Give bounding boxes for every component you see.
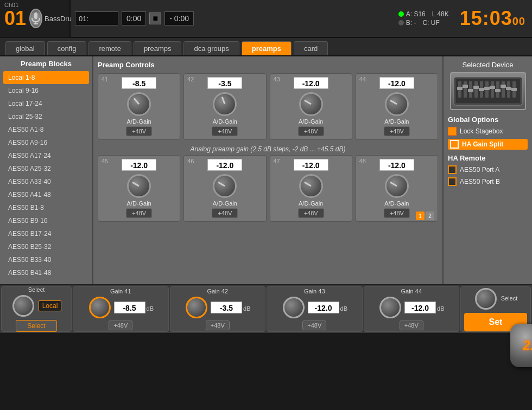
ha-remote-port-b-checkbox[interactable] <box>448 177 457 186</box>
btn-48v-42[interactable]: +48V <box>212 126 238 136</box>
knob-label-43: A/D-Gain <box>299 118 323 125</box>
tab-card[interactable]: card <box>294 41 328 55</box>
gain-42-label: Gain 42 <box>207 288 228 294</box>
btn-48v-45[interactable]: +48V <box>126 208 152 218</box>
tab-preamps-1[interactable]: preamps <box>134 41 182 55</box>
ha-remote-port-a-checkbox[interactable] <box>448 165 457 174</box>
ha-gain-split-checkbox[interactable] <box>450 140 459 149</box>
sidebar-item-aes50-a9-16[interactable]: AES50 A9-16 <box>3 136 89 149</box>
sidebar-item-local-9-16[interactable]: Local 9-16 <box>3 84 89 97</box>
gain-knob-46[interactable] <box>213 174 237 198</box>
btn-48v-46[interactable]: +48V <box>212 208 238 218</box>
mic-icon <box>29 9 42 28</box>
sidebar-item-aes50-b33-40[interactable]: AES50 B33-40 <box>3 253 89 266</box>
preamp-controls-panel: Preamp Controls 41 -8.5 A/D-Gain +48V 42… <box>93 56 442 284</box>
global-options-label: Global Options <box>448 116 528 124</box>
tab-remote[interactable]: remote <box>88 41 131 55</box>
gain-value-44: -12.0 <box>379 77 414 89</box>
sidebar-item-aes50-a41-48[interactable]: AES50 A41-48 <box>3 188 89 201</box>
gain-42-knob[interactable] <box>186 297 207 318</box>
bottom-gain-43: Gain 43 -12.0 dB +48V <box>267 286 363 332</box>
svg-rect-13 <box>502 81 505 98</box>
lock-stagebox-checkbox[interactable] <box>448 127 457 136</box>
btn-48v-43[interactable]: +48V <box>298 126 324 136</box>
gain-knob-43[interactable] <box>299 92 323 116</box>
btn-48v-bottom-43[interactable]: +48V <box>302 321 326 330</box>
gain-knob-45[interactable] <box>127 174 151 198</box>
sidebar-item-local-25-32[interactable]: Local 25-32 <box>3 110 89 123</box>
btn-48v-bottom-42[interactable]: +48V <box>206 321 230 330</box>
svg-rect-19 <box>473 86 479 89</box>
btn-48v-48[interactable]: +48V <box>384 208 410 218</box>
gain-knob-47[interactable] <box>299 174 323 198</box>
knob-num-48: 48 <box>359 158 366 164</box>
gain-43-label: Gain 43 <box>304 288 325 294</box>
gain-knob-41[interactable] <box>127 92 151 116</box>
gain-41-knob[interactable] <box>89 297 111 318</box>
svg-rect-22 <box>490 86 495 89</box>
gain-44-value: -12.0 <box>404 302 436 313</box>
knob-label-45: A/D-Gain <box>127 200 151 207</box>
btn-48v-41[interactable]: +48V <box>126 126 152 136</box>
gain-value-48: -12.0 <box>379 159 414 171</box>
svg-rect-26 <box>511 88 517 91</box>
stop-button[interactable]: ■ <box>149 12 161 24</box>
btn-48v-bottom-41[interactable]: +48V <box>109 321 132 330</box>
select-button[interactable]: Select <box>16 320 56 332</box>
knob-grid-bottom: 45 -12.0 A/D-Gain +48V 46 -12.0 A/D-Gain… <box>98 155 438 222</box>
select-local-label: Select <box>28 286 45 293</box>
sidebar-item-aes50-b17-24[interactable]: AES50 B17-24 <box>3 227 89 240</box>
knob-num-45: 45 <box>102 158 108 164</box>
sidebar-item-aes50-a1-8[interactable]: AES50 A1-8 <box>3 123 89 136</box>
transport-input[interactable] <box>75 11 118 25</box>
sidebar-item-aes50-b25-32[interactable]: AES50 B25-32 <box>3 240 89 253</box>
svg-rect-8 <box>474 81 478 98</box>
tab-config[interactable]: config <box>47 41 87 55</box>
status-c-label: C: UF <box>422 19 439 27</box>
btn-48v-47[interactable]: +48V <box>298 208 324 218</box>
sidebar-item-aes50-b1-8[interactable]: AES50 B1-8 <box>3 201 89 214</box>
bottom-gain-44: Gain 44 -12.0 dB +48V <box>364 286 460 332</box>
version-area: 2.0 <box>0 333 532 410</box>
sidebar-item-aes50-b41-48[interactable]: AES50 B41-48 <box>3 266 89 279</box>
knob-cell-47: 47 -12.0 A/D-Gain +48V <box>270 155 352 222</box>
sidebar-item-aes50-a25-32[interactable]: AES50 A25-32 <box>3 162 89 175</box>
nav-tabs: global config remote preamps dca groups … <box>0 38 532 56</box>
sidebar-item-aes50-b9-16[interactable]: AES50 B9-16 <box>3 214 89 227</box>
gain-43-knob[interactable] <box>283 297 305 318</box>
status-dot-a <box>398 11 404 17</box>
transport-area: 0:00 ■ - 0:00 <box>71 11 394 25</box>
gain-knob-48[interactable] <box>385 174 409 198</box>
channel-block: Ch01 01 BassDru <box>0 0 71 37</box>
tab-global[interactable]: global <box>5 41 45 55</box>
gain-value-47: -12.0 <box>294 159 328 171</box>
tab-preamps-active[interactable]: preamps <box>242 41 292 55</box>
sidebar-item-aes50-a33-40[interactable]: AES50 A33-40 <box>3 175 89 188</box>
tab-dca-groups[interactable]: dca groups <box>183 41 239 55</box>
sidebar-item-local-1-8[interactable]: Local 1-8 <box>3 71 89 84</box>
set-knob[interactable] <box>475 288 497 310</box>
local-value: Local <box>39 300 62 311</box>
select-knob[interactable] <box>12 295 34 317</box>
svg-rect-23 <box>495 89 501 92</box>
page-numbers: 1 2 <box>416 212 434 220</box>
gain-41-value: -8.5 <box>114 302 145 313</box>
sidebar-item-aes50-a17-24[interactable]: AES50 A17-24 <box>3 149 89 162</box>
page-1[interactable]: 1 <box>416 212 425 220</box>
preamp-blocks-sidebar: Preamp Blocks Local 1-8 Local 9-16 Local… <box>0 56 93 284</box>
btn-48v-44[interactable]: +48V <box>384 126 410 136</box>
ha-remote-port-a-row: AES50 Port A <box>448 165 528 174</box>
knob-label-47: A/D-Gain <box>299 200 323 207</box>
gain-41-unit: dB <box>147 305 154 312</box>
gain-knob-42[interactable] <box>213 92 237 116</box>
page-2[interactable]: 2 <box>426 212 434 220</box>
gain-knob-44[interactable] <box>385 92 409 116</box>
lock-stagebox-label: Lock Stagebox <box>460 127 503 135</box>
knob-cell-44: 44 -12.0 A/D-Gain +48V <box>356 73 438 140</box>
status-row-a: A: S16 L 48K <box>398 10 449 18</box>
btn-48v-bottom-44[interactable]: +48V <box>400 321 423 330</box>
sidebar-item-local-17-24[interactable]: Local 17-24 <box>3 97 89 110</box>
gain-44-knob[interactable] <box>379 297 401 318</box>
gain-value-46: -12.0 <box>207 159 242 171</box>
main-content: Preamp Blocks Local 1-8 Local 9-16 Local… <box>0 56 532 284</box>
